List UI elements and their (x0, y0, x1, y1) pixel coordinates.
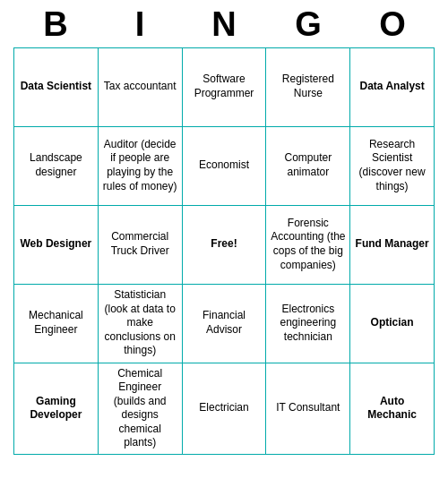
grid-cell-4-4: Auto Mechanic (350, 363, 435, 455)
grid-cell-0-1: Tax accountant (98, 47, 182, 126)
grid-cell-3-4: Optician (350, 284, 435, 363)
grid-cell-2-4: Fund Manager (350, 205, 435, 284)
grid-row-1: Landscape designerAuditor (decide if peo… (14, 126, 435, 205)
grid-cell-3-2: Financial Advisor (182, 284, 266, 363)
grid-cell-1-1: Auditor (decide if people are playing by… (98, 126, 182, 205)
grid-cell-0-4: Data Analyst (350, 47, 435, 126)
grid-cell-4-0: Gaming Developer (14, 363, 99, 455)
grid-cell-4-3: IT Consultant (266, 363, 350, 455)
grid-cell-1-0: Landscape designer (14, 126, 99, 205)
grid-cell-3-3: Electronics engineering technician (266, 284, 350, 363)
grid-cell-1-2: Economist (182, 126, 266, 205)
grid-cell-4-2: Electrician (182, 363, 266, 455)
grid-row-2: Web DesignerCommercial Truck DriverFree!… (14, 205, 435, 284)
grid-cell-0-3: Registered Nurse (266, 47, 350, 126)
grid-cell-2-2: Free! (182, 205, 266, 284)
bingo-letter-g: G (272, 5, 344, 44)
grid-cell-2-0: Web Designer (14, 205, 99, 284)
grid-row-0: Data ScientistTax accountantSoftware Pro… (14, 47, 435, 126)
grid-cell-1-4: Research Scientist (discover new things) (350, 126, 435, 205)
grid-cell-4-1: Chemical Engineer (builds and designs ch… (98, 363, 182, 455)
grid-cell-2-1: Commercial Truck Driver (98, 205, 182, 284)
bingo-letter-i: I (104, 5, 176, 44)
bingo-letter-b: B (20, 5, 91, 44)
grid-row-4: Gaming DeveloperChemical Engineer (build… (14, 363, 435, 455)
grid-cell-1-3: Computer animator (266, 126, 350, 205)
grid-row-3: Mechanical EngineerStatistician (look at… (14, 284, 435, 363)
bingo-letter-n: N (188, 5, 260, 44)
bingo-title: BINGO (13, 0, 435, 47)
grid-cell-3-0: Mechanical Engineer (14, 284, 99, 363)
bingo-letter-o: O (357, 5, 428, 44)
grid-cell-0-0: Data Scientist (14, 47, 99, 126)
grid-cell-2-3: Forensic Accounting (the cops of the big… (266, 205, 350, 284)
grid-cell-3-1: Statistician (look at data to make concl… (98, 284, 182, 363)
grid-cell-0-2: Software Programmer (182, 47, 266, 126)
bingo-grid: Data ScientistTax accountantSoftware Pro… (13, 47, 435, 455)
